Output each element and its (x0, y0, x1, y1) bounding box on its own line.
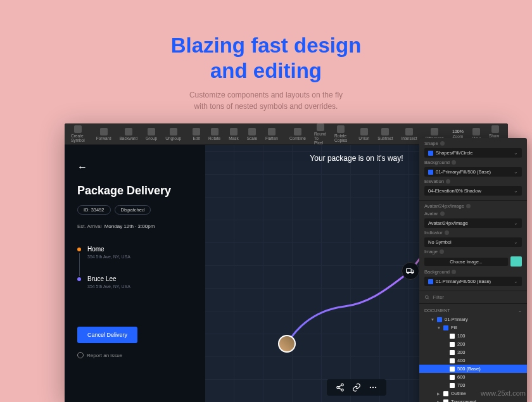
back-button[interactable]: ← (77, 161, 193, 173)
indicator-label: Indicator (424, 230, 522, 236)
tool-round-to-pixel[interactable]: Round To Pixel (310, 123, 330, 146)
indicator-dropdown[interactable]: No Symbol⌄ (424, 237, 522, 247)
image-swatch[interactable] (510, 256, 522, 267)
background-dropdown[interactable]: 01-Primary/Fill/500 (Base)⌄ (424, 167, 522, 177)
swatch-300[interactable]: 300 (419, 348, 527, 356)
tool-group[interactable]: Group (142, 127, 161, 142)
hero-header: Blazing fast designand editing Customize… (0, 0, 532, 123)
tool-flatten[interactable]: Flatten (262, 127, 282, 142)
page-title: Package Delivery (77, 184, 193, 198)
stop-home[interactable]: Home 354 5th Ave, NY, USA (77, 246, 193, 259)
tool-backward[interactable]: Backward (116, 127, 142, 142)
share-toolbar (327, 379, 386, 396)
tool-intersect[interactable]: Intersect (398, 127, 421, 142)
report-issue-link[interactable]: Report an issue (77, 352, 193, 358)
tree-item-primary[interactable]: ▼01-Primary (419, 315, 527, 323)
share-icon[interactable] (336, 383, 345, 392)
swatch-400[interactable]: 400 (419, 356, 527, 365)
tool-subtract[interactable]: Subtract (374, 127, 396, 142)
chevron-down-icon[interactable]: ⌄ (518, 308, 522, 313)
shape-label: Shape (424, 141, 522, 146)
stop-name: Home (87, 246, 193, 253)
swatch-600[interactable]: 600 (419, 373, 527, 381)
svg-point-4 (337, 386, 339, 389)
svg-point-6 (370, 387, 371, 388)
svg-point-5 (341, 389, 344, 391)
layer-tree: DOCUMENT⌄ ▼01-Primary ▼Fill 100200300400… (419, 304, 527, 402)
stop-dot-icon (77, 277, 81, 281)
choose-image-button[interactable]: Choose Image... (424, 258, 508, 266)
filter-input[interactable] (433, 294, 522, 300)
svg-point-8 (375, 387, 376, 388)
hero-title: Blazing fast designand editing (0, 33, 532, 83)
tool-rotate-copies[interactable]: Rotate Copies (331, 124, 351, 144)
elevation-dropdown[interactable]: 04-Elevation/0% Shadow⌄ (424, 186, 522, 196)
stop-destination[interactable]: Bruce Lee 354 5th Ave, NY, USA (77, 275, 193, 289)
tool-combine[interactable]: Combine (286, 127, 310, 142)
delivery-panel: ← Package Delivery ID: 33452 Dispatched … (65, 145, 205, 402)
elevation-label: Elevation (424, 179, 522, 184)
eta-text: Est. Arrival Monday 12th · 3:00pm (77, 223, 193, 229)
stop-address: 354 5th Ave, NY, USA (87, 284, 193, 289)
truck-marker[interactable] (402, 262, 419, 280)
watermark: www.25xt.com (481, 389, 526, 397)
tree-item-transparent[interactable]: ▶Transparent (419, 398, 527, 402)
hero-subtitle: Customize components and layouts on the … (0, 89, 532, 112)
link-icon[interactable] (352, 383, 361, 392)
image-label: Image (424, 249, 522, 254)
swatch-100[interactable]: 100 (419, 332, 527, 340)
more-icon[interactable] (369, 383, 377, 392)
svg-point-7 (372, 387, 374, 388)
svg-point-1 (407, 272, 408, 273)
tool-mask[interactable]: Mask (225, 127, 243, 142)
id-badge: ID: 33452 (77, 205, 111, 215)
cancel-delivery-button[interactable]: Cancel Delivery (77, 327, 137, 343)
search-icon (424, 294, 429, 300)
status-badge: Dispatched (115, 205, 151, 215)
stop-dot-icon (77, 248, 81, 251)
document-header: DOCUMENT (424, 308, 450, 313)
svg-point-3 (341, 384, 344, 386)
tool-create-symbol[interactable]: Create Symbol (67, 124, 89, 144)
avatar-header: Avatar/24px/Image (424, 203, 522, 209)
avatar-origin[interactable] (278, 335, 296, 353)
stop-address: 354 5th Ave, NY, USA (87, 254, 193, 259)
svg-point-2 (412, 272, 413, 273)
swatch-500[interactable]: 500 (Base) (419, 365, 527, 373)
tree-item-fill[interactable]: ▼Fill (419, 323, 527, 332)
background-label: Background (424, 160, 522, 165)
tool-union[interactable]: Union (355, 127, 373, 142)
background2-dropdown[interactable]: 01-Primary/Fill/500 (Base)⌄ (424, 277, 522, 286)
svg-point-9 (425, 296, 428, 299)
stop-name: Bruce Lee (87, 275, 193, 282)
swatch-200[interactable]: 200 (419, 340, 527, 348)
tool-ungroup[interactable]: Ungroup (162, 127, 185, 142)
tool-scale[interactable]: Scale (243, 127, 261, 142)
tool-forward[interactable]: Forward (92, 127, 115, 142)
tool-rotate[interactable]: Rotate (205, 127, 224, 142)
background2-label: Background (424, 269, 522, 275)
tool-edit[interactable]: Edit (189, 127, 204, 142)
avatar-dropdown[interactable]: Avatar/24px/Image⌄ (424, 218, 522, 228)
swatch-700[interactable]: 700 (419, 381, 527, 389)
filter-row (419, 291, 527, 304)
shape-dropdown[interactable]: Shapes/Fill/Circle⌄ (424, 148, 522, 158)
inspector-panel: Shape Shapes/Fill/Circle⌄ Background 01-… (419, 138, 527, 402)
avatar-label: Avatar (424, 211, 522, 217)
